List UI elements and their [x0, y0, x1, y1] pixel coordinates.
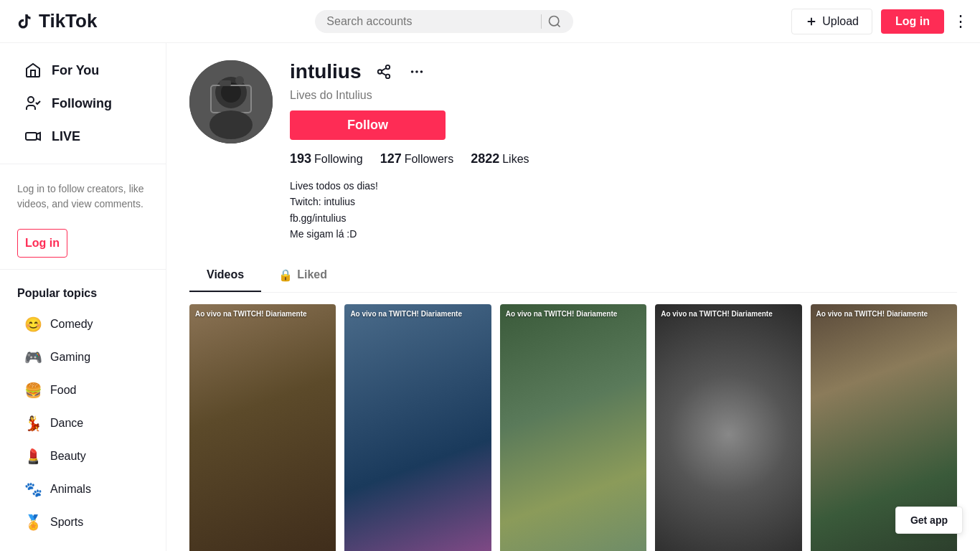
share-button[interactable] — [373, 61, 395, 83]
sidebar-item-label: For You — [52, 63, 99, 78]
sidebar-divider — [0, 164, 166, 164]
follow-button[interactable]: Follow — [290, 110, 446, 140]
video-thumbnail-2: Ao vivo na TWITCH! Diariamente ▶ 259 — [344, 304, 491, 551]
plus-icon — [805, 15, 818, 28]
sidebar-nav: For You Following — [0, 55, 166, 152]
video-overlay-4: Ao vivo na TWITCH! Diariamente — [655, 307, 801, 321]
topic-sports[interactable]: 🏅 Sports — [6, 507, 160, 538]
more-options-button[interactable]: ⋮ — [953, 12, 969, 31]
comedy-icon: 😊 — [23, 314, 43, 334]
sidebar: For You Following — [0, 43, 166, 551]
gaming-icon: 🎮 — [23, 347, 43, 367]
dance-icon: 💃 — [23, 413, 43, 433]
video-overlay-3: Ao vivo na TWITCH! Diariamente — [500, 307, 646, 321]
video-card-2[interactable]: Ao vivo na TWITCH! Diariamente ▶ 259 Aki… — [344, 304, 491, 551]
svg-point-7 — [235, 76, 244, 85]
topic-beauty[interactable]: 💄 Beauty — [6, 441, 160, 472]
topic-comedy[interactable]: 😊 Comedy — [6, 309, 160, 340]
following-count: 193 — [290, 151, 311, 166]
login-button[interactable]: Log in — [881, 9, 944, 34]
food-icon: 🍔 — [23, 380, 43, 400]
topic-label: Food — [50, 384, 76, 397]
login-prompt: Log in to follow creators, like videos, … — [0, 176, 166, 217]
logo-text: TikTok — [39, 10, 97, 32]
video-thumbnail-4: Ao vivo na TWITCH! Diariamente ▶ 1511 — [655, 304, 801, 551]
tiktok-logo[interactable]: TikTok — [11, 10, 97, 33]
tab-liked[interactable]: 🔒 Liked — [261, 260, 344, 292]
search-button[interactable] — [547, 14, 562, 29]
likes-label: Likes — [502, 153, 529, 166]
following-stat: 193 Following — [290, 151, 363, 166]
topic-label: Beauty — [50, 450, 86, 463]
videos-grid: Ao vivo na TWITCH! Diariamente ▶ 224 Ao … — [189, 293, 957, 551]
svg-point-11 — [377, 70, 382, 74]
tab-videos[interactable]: Videos — [189, 260, 261, 292]
following-icon — [23, 93, 43, 113]
profile-actions: Follow — [290, 110, 957, 140]
topic-dance[interactable]: 💃 Dance — [6, 408, 160, 439]
search-divider — [541, 14, 542, 29]
popular-topics-label: Popular topics — [0, 281, 166, 306]
sidebar-login-button[interactable]: Log in — [17, 229, 67, 258]
video-thumbnail-1: Ao vivo na TWITCH! Diariamente ▶ 224 — [189, 304, 336, 551]
likes-count: 2822 — [471, 151, 499, 166]
sidebar-divider-2 — [0, 269, 166, 270]
svg-point-14 — [415, 70, 418, 73]
likes-stat: 2822 Likes — [471, 151, 529, 166]
profile-header: intulius Lives do Intulius — [189, 60, 957, 242]
upload-button[interactable]: Upload — [791, 9, 872, 34]
video-overlay-1: Ao vivo na TWITCH! Diariamente — [189, 307, 336, 321]
content-tabs: Videos 🔒 Liked — [189, 260, 957, 293]
topic-animals[interactable]: 🐾 Animals — [6, 474, 160, 505]
following-label: Following — [314, 153, 363, 166]
get-app-button[interactable]: Get app — [895, 507, 963, 534]
sidebar-item-for-you[interactable]: For You — [6, 55, 160, 86]
search-bar — [315, 10, 573, 33]
main-content: intulius Lives do Intulius — [166, 43, 980, 551]
svg-rect-2 — [26, 133, 37, 140]
lock-icon: 🔒 — [278, 268, 293, 282]
topic-food[interactable]: 🍔 Food — [6, 375, 160, 406]
beauty-icon: 💄 — [23, 446, 43, 466]
profile-top: intulius — [290, 60, 957, 83]
video-card-3[interactable]: Ao vivo na TWITCH! Diariamente ▶ 3891 Gu… — [500, 304, 646, 551]
search-icon — [547, 14, 562, 29]
video-overlay-5: Ao vivo na TWITCH! Diariamente — [811, 307, 957, 321]
bio-line-3: fb.gg/intulius — [290, 210, 957, 226]
topic-label: Sports — [50, 516, 83, 529]
video-overlay-2: Ao vivo na TWITCH! Diariamente — [344, 307, 491, 321]
header: TikTok Upload Log in ⋮ — [0, 0, 980, 43]
animals-icon: 🐾 — [23, 479, 43, 499]
sports-icon: 🏅 — [23, 512, 43, 532]
profile-avatar — [189, 60, 273, 143]
sidebar-item-live[interactable]: LIVE — [6, 121, 160, 152]
search-container — [315, 10, 573, 33]
followers-label: Followers — [405, 153, 453, 166]
avatar-svg — [189, 60, 273, 143]
sidebar-item-label: Following — [52, 96, 112, 111]
followers-stat: 127 Followers — [380, 151, 454, 166]
header-left: TikTok — [11, 10, 97, 33]
svg-rect-8 — [220, 80, 231, 86]
topic-label: Comedy — [50, 318, 93, 331]
video-card-4[interactable]: Ao vivo na TWITCH! Diariamente ▶ 1511 — [655, 304, 801, 551]
sidebar-item-label: LIVE — [52, 129, 80, 144]
topic-gaming[interactable]: 🎮 Gaming — [6, 342, 160, 373]
svg-point-10 — [385, 65, 390, 70]
video-card-1[interactable]: Ao vivo na TWITCH! Diariamente ▶ 224 — [189, 304, 336, 551]
topic-label: Gaming — [50, 351, 90, 364]
layout: For You Following — [0, 43, 980, 551]
svg-point-0 — [550, 16, 559, 25]
ellipsis-icon — [409, 64, 425, 80]
search-input[interactable] — [326, 15, 535, 28]
followers-count: 127 — [380, 151, 402, 166]
tiktok-logo-icon — [11, 10, 34, 33]
header-right: Upload Log in ⋮ — [791, 9, 969, 34]
more-profile-button[interactable] — [406, 61, 428, 83]
sidebar-item-following[interactable]: Following — [6, 88, 160, 119]
svg-point-12 — [385, 75, 390, 79]
topic-label: Dance — [50, 417, 83, 430]
svg-point-9 — [209, 110, 253, 139]
svg-point-13 — [410, 70, 413, 73]
bio-line-1: Lives todos os dias! — [290, 178, 957, 194]
